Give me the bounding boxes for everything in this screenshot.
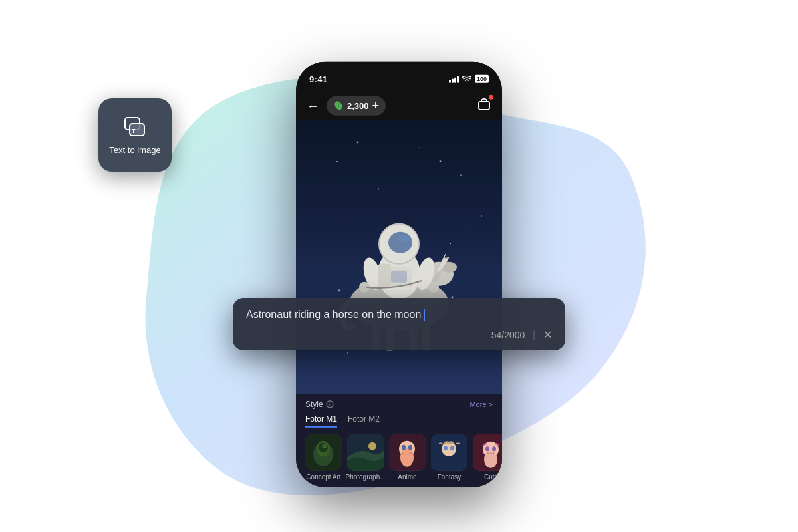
style-thumb-cute — [473, 434, 502, 471]
svg-point-13 — [399, 235, 410, 243]
svg-point-32 — [322, 444, 327, 448]
coin-count: 2,300 — [347, 100, 369, 110]
style-grid: Concept Art Photograph... — [305, 434, 493, 485]
svg-rect-18 — [378, 264, 391, 287]
clear-prompt-button[interactable]: ✕ — [543, 329, 552, 341]
svg-rect-17 — [391, 271, 407, 283]
cart-button[interactable] — [477, 97, 491, 114]
coin-badge[interactable]: 2,300 + — [327, 96, 386, 115]
svg-point-47 — [485, 446, 489, 451]
status-icons: 100 — [449, 75, 489, 83]
svg-point-42 — [444, 446, 448, 450]
svg-point-43 — [450, 446, 454, 450]
prompt-footer: 54/2000 | ✕ — [246, 329, 552, 341]
battery-icon: 100 — [475, 75, 489, 83]
svg-point-39 — [408, 445, 412, 450]
svg-point-34 — [368, 442, 376, 450]
text-to-image-card[interactable]: T Text to image — [98, 98, 172, 172]
header-left: ← 2,300 + — [307, 96, 386, 115]
svg-rect-2 — [479, 102, 489, 110]
style-name-concept-art: Concept Art — [306, 473, 340, 481]
phone-frame: 9:41 100 ← — [296, 62, 502, 487]
header-right — [477, 97, 491, 114]
svg-point-37 — [400, 448, 414, 467]
style-item-anime[interactable]: Anime — [389, 434, 426, 481]
svg-point-38 — [402, 445, 406, 450]
divider: | — [533, 330, 535, 340]
style-thumb-fantasy — [431, 434, 467, 471]
text-cursor — [424, 309, 425, 321]
status-time: 9:41 — [309, 74, 327, 84]
style-item-concept-art[interactable]: Concept Art — [305, 434, 342, 481]
tab-fotor-m2[interactable]: Fotor M2 — [348, 414, 380, 428]
signal-icon — [449, 75, 459, 83]
style-header: Style i More > — [305, 400, 493, 409]
text-to-image-label: Text to image — [109, 145, 160, 155]
text-to-image-icon: T — [123, 116, 147, 140]
char-count: 54/2000 — [491, 330, 525, 340]
add-coins-button[interactable]: + — [372, 98, 380, 112]
info-icon: i — [326, 400, 334, 408]
svg-text:i: i — [329, 402, 331, 408]
style-thumb-anime — [389, 434, 426, 471]
leaf-icon — [333, 100, 344, 111]
wifi-icon — [462, 75, 471, 82]
style-name-anime: Anime — [398, 473, 416, 481]
prompt-tooltip: Astronaut riding a horse on the moon 54/… — [233, 298, 565, 350]
svg-text:T: T — [132, 128, 136, 134]
style-thumb-photograph — [347, 434, 384, 471]
hero-art — [296, 120, 502, 394]
style-item-fantasy[interactable]: Fantasy — [431, 434, 467, 481]
style-label: Style i — [305, 400, 334, 409]
back-button[interactable]: ← — [307, 98, 320, 113]
svg-point-12 — [388, 232, 412, 253]
style-item-photograph[interactable]: Photograph... — [347, 434, 384, 481]
phone-notch — [359, 62, 439, 82]
style-thumb-concept-art — [305, 434, 342, 471]
scene: 9:41 100 ← — [0, 0, 798, 532]
hero-image — [296, 120, 502, 394]
more-styles-button[interactable]: More > — [469, 400, 493, 408]
cart-notification-dot — [489, 95, 493, 100]
style-tabs: Fotor M1 Fotor M2 — [305, 414, 493, 428]
prompt-text: Astronaut riding a horse on the moon — [246, 309, 552, 321]
style-name-photograph: Photograph... — [345, 473, 385, 481]
svg-point-20 — [428, 282, 439, 293]
app-header: ← 2,300 + — [296, 91, 502, 120]
svg-point-48 — [492, 446, 496, 451]
svg-point-25 — [338, 289, 340, 291]
tab-fotor-m1[interactable]: Fotor M1 — [305, 414, 337, 428]
style-name-fantasy: Fantasy — [438, 473, 462, 481]
style-panel: Style i More > Fotor M1 Fotor M2 — [296, 394, 502, 487]
battery-label: 100 — [477, 76, 487, 82]
